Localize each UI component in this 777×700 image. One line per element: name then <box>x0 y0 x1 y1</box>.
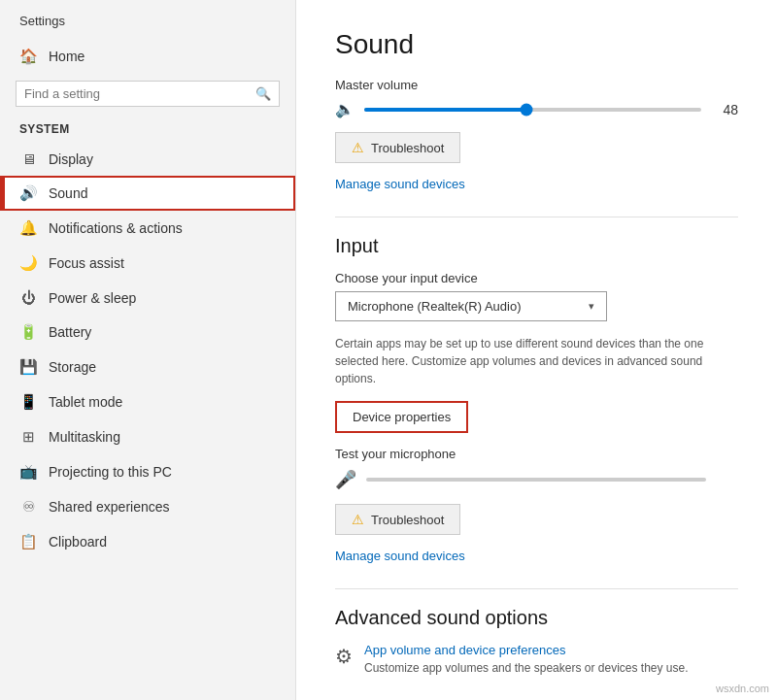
advanced-item: ⚙ App volume and device preferences Cust… <box>335 643 738 677</box>
microphone-icon: 🎤 <box>335 469 356 490</box>
manage-sound-devices-link[interactable]: Manage sound devices <box>335 177 465 191</box>
sidebar: Settings 🏠 Home 🔍 System 🖥 Display 🔊 Sou… <box>0 0 296 700</box>
troubleshoot-label: Troubleshoot <box>371 141 444 155</box>
device-properties-button[interactable]: Device properties <box>335 401 468 433</box>
sidebar-item-sound[interactable]: 🔊 Sound <box>0 176 295 211</box>
display-icon: 🖥 <box>19 150 37 167</box>
storage-label: Storage <box>49 359 96 375</box>
home-icon: 🏠 <box>19 48 37 65</box>
notifications-label: Notifications & actions <box>49 220 183 236</box>
divider-1 <box>335 217 738 217</box>
mic-row: 🎤 <box>335 469 738 490</box>
adv-item-text: App volume and device preferences Custom… <box>364 643 689 677</box>
troubleshoot-label-2: Troubleshoot <box>371 513 444 527</box>
input-device-dropdown[interactable]: Microphone (Realtek(R) Audio) ▾ <box>335 291 607 321</box>
troubleshoot-button[interactable]: ⚠ Troubleshoot <box>335 132 460 163</box>
power-icon: ⏻ <box>19 289 37 306</box>
display-label: Display <box>49 151 93 167</box>
sidebar-item-shared[interactable]: ♾ Shared experiences <box>0 489 295 524</box>
battery-icon: 🔋 <box>19 323 37 341</box>
system-section-label: System <box>0 118 295 142</box>
home-label: Home <box>49 49 84 64</box>
sidebar-item-battery[interactable]: 🔋 Battery <box>0 315 295 350</box>
sidebar-item-tablet[interactable]: 📱 Tablet mode <box>0 384 295 419</box>
page-title: Sound <box>335 29 738 60</box>
tablet-label: Tablet mode <box>49 394 122 410</box>
divider-2 <box>335 588 738 589</box>
troubleshoot-button-2[interactable]: ⚠ Troubleshoot <box>335 504 460 535</box>
adv-item-title[interactable]: App volume and device preferences <box>364 643 689 657</box>
volume-slider-thumb <box>520 103 532 116</box>
sidebar-item-storage[interactable]: 💾 Storage <box>0 350 295 384</box>
storage-icon: 💾 <box>19 358 37 376</box>
input-device-label: Choose your input device <box>335 271 738 285</box>
sidebar-item-multitasking[interactable]: ⊞ Multitasking <box>0 419 295 454</box>
sound-icon: 🔊 <box>19 184 37 202</box>
projecting-label: Projecting to this PC <box>49 464 172 480</box>
search-box[interactable]: 🔍 <box>16 81 280 107</box>
input-section-title: Input <box>335 235 738 257</box>
main-content: Sound Master volume 🔈 48 ⚠ Troubleshoot … <box>296 0 777 700</box>
watermark: wsxdn.com <box>716 683 769 694</box>
sidebar-item-projecting[interactable]: 📺 Projecting to this PC <box>0 454 295 489</box>
shared-label: Shared experiences <box>49 499 170 515</box>
advanced-title: Advanced sound options <box>335 607 738 629</box>
search-input[interactable] <box>24 86 250 101</box>
input-device-value: Microphone (Realtek(R) Audio) <box>348 299 521 314</box>
chevron-down-icon: ▾ <box>589 300 594 313</box>
clipboard-icon: 📋 <box>19 533 37 550</box>
sidebar-item-power[interactable]: ⏻ Power & sleep <box>0 281 295 315</box>
manage-sound-devices-link-2[interactable]: Manage sound devices <box>335 549 465 563</box>
sidebar-item-notifications[interactable]: 🔔 Notifications & actions <box>0 211 295 246</box>
adv-item-desc: Customize app volumes and the speakers o… <box>364 660 689 677</box>
equalizer-icon: ⚙ <box>335 645 353 668</box>
master-volume-label: Master volume <box>335 78 738 92</box>
sidebar-item-focus[interactable]: 🌙 Focus assist <box>0 246 295 281</box>
warning-icon: ⚠ <box>352 140 364 155</box>
input-desc-text: Certain apps may be set up to use differ… <box>335 335 738 387</box>
sidebar-item-display[interactable]: 🖥 Display <box>0 142 295 176</box>
search-icon: 🔍 <box>255 86 271 101</box>
mic-level-bar <box>366 478 706 482</box>
focus-label: Focus assist <box>49 255 124 271</box>
tablet-icon: 📱 <box>19 393 37 411</box>
volume-icon: 🔈 <box>335 100 355 118</box>
power-label: Power & sleep <box>49 290 136 306</box>
volume-value: 48 <box>711 102 738 117</box>
focus-icon: 🌙 <box>19 254 37 272</box>
projecting-icon: 📺 <box>19 463 37 481</box>
sidebar-item-home[interactable]: 🏠 Home <box>0 38 295 75</box>
test-mic-label: Test your microphone <box>335 447 738 461</box>
app-title: Settings <box>0 0 295 38</box>
volume-slider[interactable] <box>364 108 701 112</box>
multitasking-icon: ⊞ <box>19 428 37 446</box>
device-properties-label: Device properties <box>353 410 451 424</box>
warning-icon-2: ⚠ <box>352 512 364 527</box>
volume-row: 🔈 48 <box>335 100 738 118</box>
volume-slider-fill <box>364 108 526 112</box>
clipboard-label: Clipboard <box>49 534 107 550</box>
multitasking-label: Multitasking <box>49 429 120 445</box>
shared-icon: ♾ <box>19 498 37 516</box>
sidebar-item-clipboard[interactable]: 📋 Clipboard <box>0 524 295 559</box>
battery-label: Battery <box>49 324 91 340</box>
notifications-icon: 🔔 <box>19 219 37 237</box>
active-highlight <box>3 176 295 211</box>
sound-label: Sound <box>49 185 87 201</box>
